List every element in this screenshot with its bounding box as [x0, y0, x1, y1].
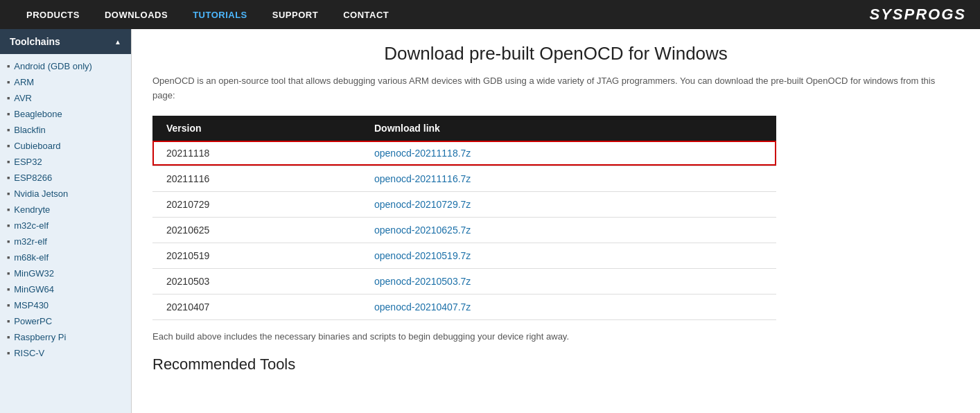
table-cell-download-link: openocd-20210519.7z [360, 243, 776, 268]
table-cell-version: 20210407 [152, 294, 360, 319]
sidebar-item-risc-v[interactable]: RISC-V [0, 345, 131, 361]
sidebar-item-mingw64[interactable]: MinGW64 [0, 281, 131, 297]
table-header-download: Download link [360, 116, 776, 141]
chevron-up-icon: ▲ [114, 38, 121, 46]
nav-products[interactable]: PRODUCTS [14, 0, 92, 29]
table-row: 20210519openocd-20210519.7z [152, 243, 776, 268]
nav-support[interactable]: SUPPORT [260, 0, 331, 29]
sidebar-item-cubieboard[interactable]: Cubieboard [0, 138, 131, 154]
table-row: 20210503openocd-20210503.7z [152, 268, 776, 294]
table-row: 20210407openocd-20210407.7z [152, 294, 776, 319]
table-row: 20210625openocd-20210625.7z [152, 217, 776, 243]
nav-tutorials[interactable]: TUTORIALS [180, 0, 260, 29]
sidebar-item-msp430[interactable]: MSP430 [0, 297, 131, 313]
nav-downloads[interactable]: DOWNLOADS [92, 0, 180, 29]
table-cell-version: 20210729 [152, 191, 360, 217]
table-row: 20210729openocd-20210729.7z [152, 191, 776, 217]
sidebar-item-m32r-elf[interactable]: m32r-elf [0, 234, 131, 249]
sidebar-item-m68k-elf[interactable]: m68k-elf [0, 249, 131, 265]
table-header-row: Version Download link [152, 116, 776, 141]
sidebar-item-mingw32[interactable]: MinGW32 [0, 265, 131, 281]
table-cell-version: 20210625 [152, 217, 360, 243]
sidebar: Toolchains ▲ Android (GDB only) ARM AVR … [0, 29, 132, 413]
main-content: Download pre-built OpenOCD for Windows O… [132, 29, 980, 413]
download-link-20210729[interactable]: openocd-20210729.7z [374, 199, 471, 210]
sidebar-item-nvidia-jetson[interactable]: Nvidia Jetson [0, 186, 131, 202]
sidebar-item-m32c-elf[interactable]: m32c-elf [0, 218, 131, 234]
sidebar-title: Toolchains [10, 36, 60, 47]
table-row: 20211118openocd-20211118.7z [152, 141, 776, 166]
sidebar-item-kendryte[interactable]: Kendryte [0, 202, 131, 218]
download-link-20210407[interactable]: openocd-20210407.7z [374, 301, 471, 313]
page-title: Download pre-built OpenOCD for Windows [152, 43, 959, 64]
sidebar-list: Android (GDB only) ARM AVR Beaglebone Bl… [0, 54, 131, 365]
footer-note: Each build above includes the necessary … [152, 331, 776, 342]
table-cell-download-link: openocd-20210407.7z [360, 294, 776, 319]
table-header-version: Version [152, 116, 360, 141]
table-cell-version: 20210519 [152, 243, 360, 268]
table-cell-download-link: openocd-20210729.7z [360, 191, 776, 217]
table-row: 20211116openocd-20211116.7z [152, 166, 776, 191]
sidebar-item-raspberry-pi[interactable]: Raspberry Pi [0, 329, 131, 345]
sidebar-item-arm[interactable]: ARM [0, 74, 131, 90]
sidebar-item-esp8266[interactable]: ESP8266 [0, 170, 131, 186]
recommended-tools-title: Recommended Tools [152, 355, 959, 374]
sidebar-header: Toolchains ▲ [0, 29, 131, 54]
sidebar-item-blackfin[interactable]: Blackfin [0, 122, 131, 138]
table-cell-download-link: openocd-20210503.7z [360, 268, 776, 294]
table-cell-download-link: openocd-20211118.7z [360, 141, 776, 166]
sidebar-item-beaglebone[interactable]: Beaglebone [0, 106, 131, 122]
brand-logo: SYSPROGS [870, 6, 966, 24]
page-description: OpenOCD is an open-source tool that allo… [152, 74, 959, 103]
table-cell-version: 20211118 [152, 141, 360, 166]
page-layout: Toolchains ▲ Android (GDB only) ARM AVR … [0, 29, 980, 413]
nav-contact[interactable]: CONTACT [331, 0, 401, 29]
table-cell-version: 20211116 [152, 166, 360, 191]
download-link-20210503[interactable]: openocd-20210503.7z [374, 276, 471, 287]
download-link-20211116[interactable]: openocd-20211116.7z [374, 173, 471, 184]
top-navigation: PRODUCTS DOWNLOADS TUTORIALS SUPPORT CON… [0, 0, 980, 29]
sidebar-item-esp32[interactable]: ESP32 [0, 154, 131, 170]
nav-links: PRODUCTS DOWNLOADS TUTORIALS SUPPORT CON… [14, 0, 401, 29]
table-cell-download-link: openocd-20210625.7z [360, 217, 776, 243]
table-cell-version: 20210503 [152, 268, 360, 294]
sidebar-item-android[interactable]: Android (GDB only) [0, 58, 131, 74]
download-link-20210625[interactable]: openocd-20210625.7z [374, 225, 471, 236]
sidebar-item-avr[interactable]: AVR [0, 90, 131, 106]
download-table: Version Download link 20211118openocd-20… [152, 116, 776, 320]
download-link-20210519[interactable]: openocd-20210519.7z [374, 250, 471, 261]
download-link-20211118[interactable]: openocd-20211118.7z [374, 148, 471, 159]
table-cell-download-link: openocd-20211116.7z [360, 166, 776, 191]
sidebar-item-powerpc[interactable]: PowerPC [0, 313, 131, 329]
